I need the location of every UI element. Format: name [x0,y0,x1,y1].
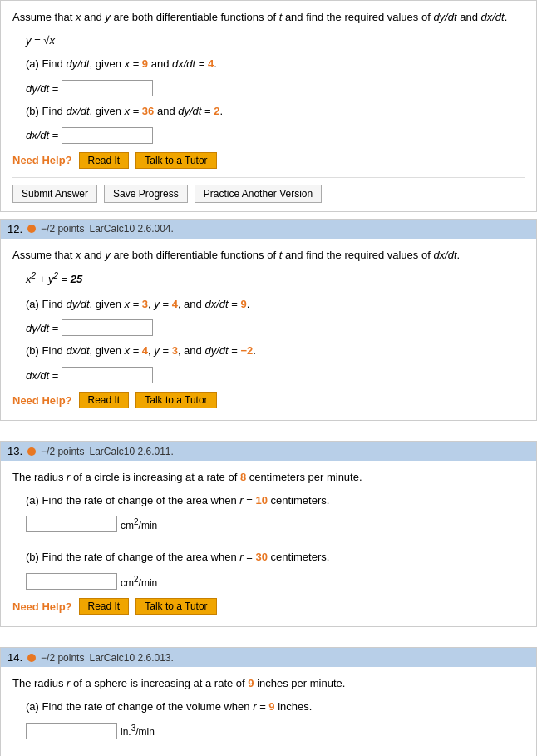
part-a-dxdt: 4 [208,57,214,70]
p14-a-r: 9 [268,700,274,713]
p14-a-unit: in.3/min [121,724,155,738]
p13-b-r: 30 [255,551,267,563]
p12-a-label: dy/dt = [26,322,58,334]
action-row-top: Submit Answer Save Progress Practice Ano… [12,177,525,203]
p13-a-input[interactable] [26,516,117,532]
problem-top-part-b: (b) Find dx/dt, given x = 36 and dy/dt =… [26,103,525,121]
problem-12-points: −/2 points [41,223,84,235]
p12-a-y: 4 [172,298,178,310]
problem-12-header: 12. −/2 points LarCalc10 2.6.004. [1,220,536,239]
problem-top-answer-a-row: dy/dt = [26,80,525,96]
problem-top-equation: y = √x [26,32,525,50]
need-help-12-label: Need Help? [12,394,72,407]
problem-14-intro: The radius r of a sphere is increasing a… [12,675,525,692]
p13-b-unit: cm2/min [121,575,157,589]
p13-a-r: 10 [255,494,267,506]
problem-12-dot [27,225,36,233]
problem-12-answer-a-row: dy/dt = [26,319,525,336]
problem-14-body: The radius r of a sphere is increasing a… [1,667,536,756]
problem-12-equation: x2 + y2 = 25 [26,269,525,289]
problem-14-header: 14. −/2 points LarCalc10 2.6.013. [1,648,536,667]
p13-rate: 8 [240,471,246,483]
part-a-input[interactable] [62,80,153,96]
need-help-top-label: Need Help? [12,154,72,166]
problem-12-answer-b-row: dx/dt = [26,367,525,383]
problem-top: Assume that x and y are both differentia… [0,0,537,212]
p12-b-x: 4 [142,344,148,357]
read-it-button-top[interactable]: Read It [79,152,130,169]
problem-12-intro: Assume that x and y are both differentia… [12,247,525,264]
problem-12-part-a: (a) Find dy/dt, given x = 3, y = 4, and … [26,296,525,314]
need-help-top: Need Help? Read It Talk to a Tutor [12,152,525,169]
p12-b-label: dx/dt = [26,369,58,382]
problem-14-number: 14. [7,651,22,664]
problem-12: 12. −/2 points LarCalc10 2.6.004. Assume… [0,219,537,421]
problem-13-body: The radius r of a circle is increasing a… [1,461,536,626]
spacer-p14-ab [12,744,525,749]
submit-answer-button[interactable]: Submit Answer [12,185,97,203]
p12-a-dxdt: 9 [240,298,246,310]
p13-b-input[interactable] [26,573,117,590]
problem-top-part-a: (a) Find dy/dt, given x = 9 and dx/dt = … [26,56,525,73]
spacer-p13-ab [12,537,525,542]
talk-to-tutor-button-top[interactable]: Talk to a Tutor [135,152,216,169]
problem-13: 13. −/2 points LarCalc10 2.6.011. The ra… [0,441,537,627]
part-b-x: 36 [142,105,154,117]
part-a-answer-label: dy/dt = [26,82,58,95]
problem-13-part-b: (b) Find the rate of change of the area … [26,549,525,566]
read-it-button-12[interactable]: Read It [79,392,130,408]
problem-13-header: 13. −/2 points LarCalc10 2.6.011. [1,442,536,461]
spacer-13-14 [0,634,537,647]
problem-13-id: LarCalc10 2.6.011. [89,446,173,457]
p14-a-input[interactable] [26,723,117,739]
p13-a-unit: cm2/min [121,517,157,531]
problem-12-number: 12. [7,223,22,235]
problem-12-part-b: (b) Find dx/dt, given x = 4, y = 3, and … [26,343,525,360]
save-progress-button[interactable]: Save Progress [104,185,188,203]
problem-13-number: 13. [7,445,22,457]
need-help-13: Need Help? Read It Talk to a Tutor [12,598,525,615]
problem-12-body: Assume that x and y are both differentia… [1,239,536,420]
p12-b-y: 3 [172,344,178,357]
problem-13-answer-a-row: cm2/min [26,516,525,532]
need-help-12: Need Help? Read It Talk to a Tutor [12,392,525,408]
problem-14-id: LarCalc10 2.6.013. [89,652,173,664]
p12-a-input[interactable] [62,319,153,336]
read-it-button-13[interactable]: Read It [79,598,130,615]
p12-b-dydt: −2 [240,344,253,357]
problem-14: 14. −/2 points LarCalc10 2.6.013. The ra… [0,647,537,756]
problem-top-answer-b-row: dx/dt = [26,127,525,144]
need-help-13-label: Need Help? [12,600,72,613]
part-b-answer-label: dx/dt = [26,129,58,141]
talk-to-tutor-button-13[interactable]: Talk to a Tutor [135,598,216,615]
problem-14-answer-a-row: in.3/min [26,723,525,739]
p12-a-x: 3 [142,298,148,310]
part-b-input[interactable] [62,127,153,144]
problem-13-part-a: (a) Find the rate of change of the area … [26,492,525,510]
problem-13-answer-b-row: cm2/min [26,573,525,590]
talk-to-tutor-button-12[interactable]: Talk to a Tutor [135,392,216,408]
problem-14-points: −/2 points [41,652,84,664]
part-b-dydt: 2 [214,105,219,117]
p12-b-input[interactable] [62,367,153,383]
problem-top-intro: Assume that x and y are both differentia… [12,9,525,26]
part-a-x: 9 [142,57,148,70]
problem-12-id: LarCalc10 2.6.004. [89,223,173,235]
spacer-12-13 [0,427,537,441]
practice-another-button[interactable]: Practice Another Version [195,185,322,203]
problem-13-points: −/2 points [41,446,84,457]
problem-13-dot [27,447,36,456]
p14-rate: 9 [248,677,254,689]
problem-14-part-a: (a) Find the rate of change of the volum… [26,699,525,716]
problem-13-intro: The radius r of a circle is increasing a… [12,469,525,486]
problem-14-dot [27,654,36,662]
